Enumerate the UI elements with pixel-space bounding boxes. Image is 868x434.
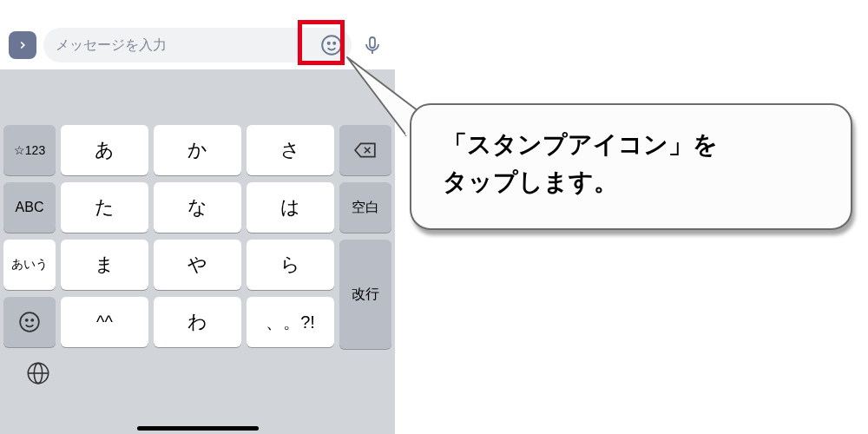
chevron-right-icon — [16, 39, 29, 51]
key-na[interactable]: な — [154, 182, 241, 233]
message-input[interactable]: メッセージを入力 — [56, 36, 317, 55]
key-space[interactable]: 空白 — [339, 182, 391, 233]
key-kana-mode[interactable]: あいう — [3, 240, 56, 290]
key-ya[interactable]: や — [154, 240, 241, 290]
keyboard: ☆123 ABC あいう あ か さ た な — [0, 122, 395, 394]
callout-text: 「スタンプアイコン」を タップします。 — [443, 126, 826, 201]
key-wa[interactable]: わ — [154, 297, 241, 347]
key-a[interactable]: あ — [61, 125, 148, 175]
key-num-mode[interactable]: ☆123 — [3, 125, 56, 175]
key-sa[interactable]: さ — [247, 125, 334, 175]
callout-line1: 「スタンプアイコン」を — [443, 131, 718, 158]
smiley-icon — [18, 311, 41, 333]
smiley-icon — [320, 34, 343, 56]
keyboard-area: ☆123 ABC あいう あ か さ た な — [0, 69, 395, 434]
key-punct[interactable]: 、。?! — [247, 297, 334, 347]
key-ha[interactable]: は — [247, 182, 334, 233]
instruction-callout: 「スタンプアイコン」を タップします。 — [410, 103, 852, 230]
key-ma[interactable]: ま — [61, 240, 148, 290]
message-input-bar: メッセージを入力 — [0, 21, 395, 69]
key-ta[interactable]: た — [61, 182, 148, 233]
key-ra[interactable]: ら — [247, 240, 334, 290]
svg-rect-3 — [370, 37, 375, 48]
key-face[interactable]: ^^ — [61, 297, 148, 347]
key-emoji-mode[interactable] — [3, 297, 56, 347]
svg-point-2 — [333, 43, 335, 44]
key-globe[interactable] — [21, 356, 56, 391]
svg-point-0 — [322, 36, 341, 55]
svg-point-5 — [20, 312, 39, 332]
message-field-wrap[interactable]: メッセージを入力 — [43, 28, 352, 62]
key-abc-mode[interactable]: ABC — [3, 182, 56, 233]
chat-background — [0, 0, 395, 21]
svg-point-7 — [31, 319, 33, 321]
callout-line2: タップします。 — [443, 168, 618, 195]
phone-screen: メッセージを入力 ☆123 ABC あいう — [0, 0, 395, 434]
home-indicator[interactable] — [137, 426, 259, 431]
expand-button[interactable] — [9, 31, 36, 59]
key-ka[interactable]: か — [154, 125, 241, 175]
key-return[interactable]: 改行 — [339, 240, 391, 349]
svg-point-6 — [26, 319, 28, 321]
backspace-icon — [354, 141, 377, 159]
svg-point-1 — [328, 43, 330, 44]
globe-icon — [26, 361, 50, 385]
